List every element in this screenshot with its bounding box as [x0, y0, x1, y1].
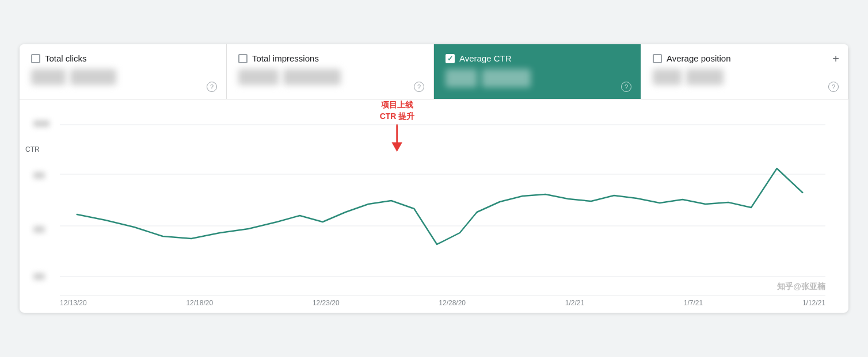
tab-label-impressions: Total impressions: [252, 53, 319, 63]
metric-values-clicks: [31, 69, 215, 85]
blurred-value-7: [653, 69, 682, 85]
metric-values-impressions: [238, 69, 422, 85]
y-tick-top: [33, 119, 50, 129]
blurred-value-3: [238, 69, 279, 85]
y-tick-bottom: [33, 272, 45, 282]
watermark: 知乎@张亚楠: [777, 282, 825, 292]
line-chart: [60, 111, 825, 295]
chart-area: CTR 项目上线 CTR 提升: [20, 99, 848, 313]
checkbox-average-position[interactable]: [653, 54, 662, 63]
blurred-value-1: [31, 69, 66, 85]
tab-average-ctr[interactable]: Average CTR ?: [434, 44, 641, 99]
x-label-2: 12/23/20: [313, 299, 340, 307]
tab-header-ctr: Average CTR: [446, 53, 629, 63]
y-tick-mid2: [33, 225, 45, 235]
tab-header-impressions: Total impressions: [238, 53, 422, 63]
blurred-value-8: [686, 69, 724, 85]
x-label-0: 12/13/20: [60, 299, 87, 307]
tab-label-ctr: Average CTR: [459, 53, 512, 63]
tab-header-clicks: Total clicks: [31, 53, 215, 63]
checkbox-total-clicks[interactable]: [31, 54, 40, 63]
ctr-line: [77, 168, 803, 244]
add-metric-button[interactable]: +: [832, 52, 839, 66]
help-icon-ctr[interactable]: ?: [621, 82, 631, 92]
x-label-4: 1/2/21: [565, 299, 584, 307]
tab-header-position: Average position: [653, 53, 836, 63]
help-icon-position[interactable]: ?: [828, 82, 839, 92]
blurred-value-6: [482, 69, 531, 87]
blurred-value-5: [446, 69, 477, 87]
checkbox-total-impressions[interactable]: [238, 54, 248, 63]
x-axis: 12/13/20 12/18/20 12/23/20 12/28/20 1/2/…: [60, 295, 825, 307]
tab-average-position[interactable]: Average position ?: [641, 44, 848, 99]
tab-label-position: Average position: [667, 53, 730, 63]
checkbox-average-ctr[interactable]: [446, 54, 455, 63]
main-card: Total clicks ? Total impressions ?: [20, 44, 848, 313]
x-label-1: 12/18/20: [186, 299, 213, 307]
metric-values-ctr: [446, 69, 629, 87]
chart-svg-container: [60, 111, 825, 295]
metric-tabs: Total clicks ? Total impressions ?: [20, 44, 848, 99]
x-label-3: 12/28/20: [439, 299, 466, 307]
tab-total-clicks[interactable]: Total clicks ?: [20, 44, 227, 99]
annotation-line1: 项目上线: [380, 99, 415, 111]
tab-label-clicks: Total clicks: [45, 53, 87, 63]
help-icon-impressions[interactable]: ?: [414, 82, 424, 92]
metric-values-position: [653, 69, 836, 85]
x-label-6: 1/12/21: [802, 299, 825, 307]
blurred-value-2: [70, 69, 116, 85]
x-label-5: 1/7/21: [684, 299, 703, 307]
tab-total-impressions[interactable]: Total impressions ?: [227, 44, 434, 99]
blurred-value-4: [283, 69, 341, 85]
y-tick-mid1: [33, 171, 45, 181]
y-axis-label: CTR: [25, 145, 40, 153]
help-icon-clicks[interactable]: ?: [207, 82, 217, 92]
